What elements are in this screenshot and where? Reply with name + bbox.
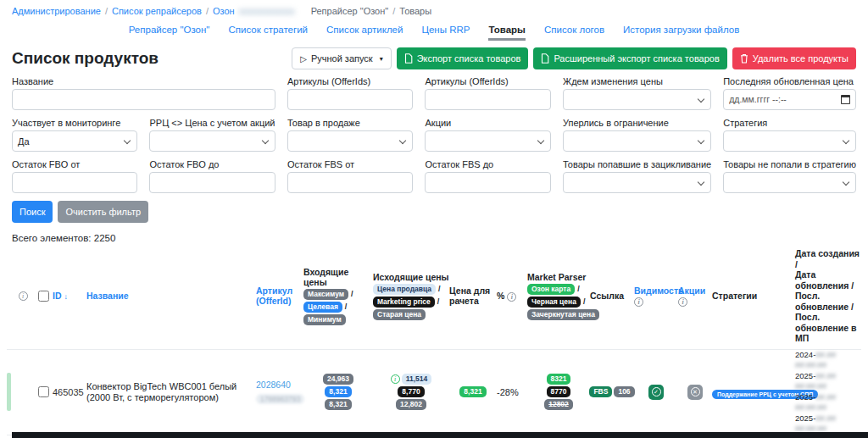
column-offer[interactable]: Артикул (OfferId) [256,286,303,306]
filter-select[interactable] [723,130,856,152]
filter-input[interactable] [12,172,137,193]
chevron-down-icon [537,137,544,144]
filter-input[interactable] [425,172,551,193]
breadcrumb-redacted: xxxxxxxxxxxx [239,6,295,16]
breadcrumb-item[interactable]: Список репрайсеров [112,6,202,16]
filter-select[interactable] [563,89,711,110]
outgoing-prices: i11,5148,77012,802 [373,374,449,410]
select-all-checkbox[interactable] [38,291,49,302]
column-dates: Дата создания / Дата обновления / Посл. … [795,248,861,344]
tab-active[interactable]: Товары [488,25,525,41]
info-icon[interactable]: i [634,297,643,307]
seller-price-badge: 11,514 [402,374,432,385]
document-icon [404,53,413,64]
market-parser-prices: 8321877012802 [527,374,590,410]
tab-item[interactable]: Список логов [544,25,604,41]
info-icon[interactable]: i [19,291,28,301]
row-status-strip [7,373,11,411]
date-year: 2025- [795,392,815,402]
tab-item[interactable]: Список стратегий [228,25,308,41]
row-id: 465035 [53,387,86,397]
outgoing-line: i11,514 [391,374,432,385]
info-icon[interactable]: i [507,292,516,302]
tab-item[interactable]: Список артиклей [326,25,403,41]
tab-item[interactable]: История загрузки файлов [623,25,739,41]
filter-date-wrapper: дд.мм.гггг --:-- [723,89,856,110]
calendar-icon[interactable] [841,95,850,104]
chevron-down-icon [698,96,704,103]
filter-select[interactable] [563,130,711,152]
filter-label: Стратегия [723,118,856,128]
tab-item[interactable]: Цены RRP [421,25,470,41]
date-line: 2025-##.## ##:##:## [795,392,861,413]
breadcrumb-item: Репрайсер "Озон" [311,6,389,16]
filter-field: Ждем изменения цены [563,76,711,110]
breadcrumb-separator: / [392,6,395,16]
dates-cell: 2024-##.## ##:##:##2025-##.## ##:##:##20… [795,350,861,435]
incoming-price-badge: 8,321 [325,399,351,410]
chevron-down-icon [843,137,849,144]
market-parser-badge: 12802 [544,399,573,410]
page-title: Список продуктов [12,49,159,68]
table-header: i ID ↓ Название Артикул (OfferId) Входящ… [7,248,861,350]
calc-price-cell: 8,321 [449,386,497,397]
filter-field: Остаток FBS от [287,159,414,193]
link-cell[interactable]: FBS106 [590,386,634,397]
extended-export-button[interactable]: Расширенный экспорт списка товаров [533,47,726,69]
stock-badge: 106 [614,386,634,397]
filter-field: Акции [425,118,551,152]
promos-off-icon[interactable]: ✕ [687,385,703,400]
market-parser-badge: 8770 [547,386,571,397]
filter-field: Уперлись в ограничение [563,118,711,152]
info-icon[interactable]: i [391,374,400,384]
tab-bar: Репрайсер "Озон"Список стратегийСписок а… [0,16,868,41]
breadcrumb-item[interactable]: Озон [213,6,235,16]
products-table: i ID ↓ Название Артикул (OfferId) Входящ… [7,248,861,438]
export-button[interactable]: Экспорт списка товаров [397,47,529,69]
column-id[interactable]: ID ↓ [53,291,86,301]
filter-input[interactable] [287,89,414,110]
column-name[interactable]: Название [86,291,256,301]
chevron-down-icon[interactable]: ▾ [380,55,383,63]
date-year: 2025- [795,413,815,423]
column-strategies: Стратегии [712,291,795,301]
filter-select[interactable] [149,130,275,152]
column-visibility[interactable]: Видимость i [634,286,678,307]
manual-run-button[interactable]: ▷ Ручной запуск ▾ [292,47,392,69]
column-promos[interactable]: Акции i [678,286,712,307]
filter-input[interactable] [12,89,275,110]
filter-select[interactable] [425,130,551,152]
filter-input[interactable] [149,172,275,193]
trash-icon [740,53,748,64]
filter-input[interactable] [425,89,551,110]
chevron-down-icon [843,179,849,186]
date-input[interactable] [723,89,856,110]
info-icon[interactable]: i [678,297,687,307]
filter-select[interactable] [723,172,856,193]
offer-cell: 20286401788963793 [256,380,303,405]
offer-id-redacted: 1788963793 [256,394,304,404]
row-checkbox[interactable] [38,386,49,397]
filter-label: Остаток FBS до [425,159,551,169]
clear-filter-button[interactable]: Очистить фильтр [58,201,148,223]
filter-field: Остаток FBO от [12,159,137,193]
marketing-price-badge: 8,770 [398,386,424,397]
column-percent: % i [497,291,527,302]
strategies-cell: Поддержание РРЦ с учетом СПП [712,385,795,400]
filter-select[interactable] [287,130,414,152]
filter-label: Остаток FBS от [287,159,414,169]
date-line: 2024-##.## ##:##:## [795,350,861,371]
search-button[interactable]: Поиск [12,201,53,223]
filter-field: Стратегия [723,118,856,152]
offer-id-link[interactable]: 2028640 [256,380,303,390]
incoming-price-badge: 8,321 [325,386,351,397]
filter-select[interactable]: Да [12,130,137,152]
filter-select[interactable] [563,172,711,193]
breadcrumb-item[interactable]: Администрирование [12,6,101,16]
filter-field: Артикулы (OfferIds) [287,76,414,110]
visibility-on-icon[interactable]: ✓ [648,385,664,400]
tab-item[interactable]: Репрайсер "Озон" [129,25,210,41]
filter-input[interactable] [287,172,414,193]
delete-all-button[interactable]: Удалить все продукты [732,47,856,69]
visibility-cell: ✓ [634,385,678,400]
